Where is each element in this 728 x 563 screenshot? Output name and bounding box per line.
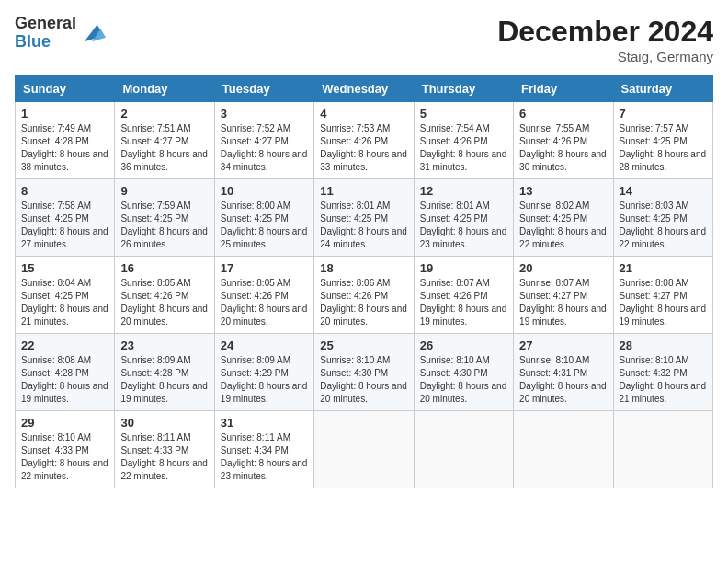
title-area: December 2024 Staig, Germany — [497, 15, 713, 64]
day-info: Sunrise: 8:11 AM Sunset: 4:34 PM Dayligh… — [221, 431, 308, 483]
day-info: Sunrise: 8:02 AM Sunset: 4:25 PM Dayligh… — [519, 200, 607, 251]
day-number: 27 — [519, 339, 607, 352]
calendar-cell — [414, 411, 513, 488]
calendar-cell: 11 Sunrise: 8:01 AM Sunset: 4:25 PM Dayl… — [314, 179, 414, 257]
calendar-cell: 31 Sunrise: 8:11 AM Sunset: 4:34 PM Dayl… — [214, 411, 313, 488]
calendar-week-row: 15 Sunrise: 8:04 AM Sunset: 4:25 PM Dayl… — [16, 257, 713, 334]
day-number: 10 — [221, 184, 308, 198]
day-info: Sunrise: 8:10 AM Sunset: 4:30 PM Dayligh… — [420, 354, 507, 406]
calendar-cell: 13 Sunrise: 8:02 AM Sunset: 4:25 PM Dayl… — [514, 179, 613, 257]
day-info: Sunrise: 8:07 AM Sunset: 4:27 PM Dayligh… — [519, 277, 607, 328]
calendar-cell: 30 Sunrise: 8:11 AM Sunset: 4:33 PM Dayl… — [115, 411, 214, 488]
calendar-cell: 6 Sunrise: 7:55 AM Sunset: 4:26 PM Dayli… — [514, 102, 613, 179]
calendar-cell: 22 Sunrise: 8:08 AM Sunset: 4:28 PM Dayl… — [16, 334, 115, 411]
day-number: 21 — [620, 261, 707, 275]
day-info: Sunrise: 8:08 AM Sunset: 4:27 PM Dayligh… — [620, 277, 707, 328]
day-number: 17 — [221, 261, 308, 275]
day-info: Sunrise: 7:57 AM Sunset: 4:25 PM Dayligh… — [620, 122, 707, 174]
day-number: 12 — [420, 184, 507, 198]
day-number: 6 — [519, 107, 607, 121]
calendar-cell: 4 Sunrise: 7:53 AM Sunset: 4:26 PM Dayli… — [314, 102, 414, 179]
logo-blue: Blue — [15, 33, 76, 52]
day-info: Sunrise: 8:06 AM Sunset: 4:26 PM Dayligh… — [320, 277, 407, 328]
header-thursday: Thursday — [414, 76, 513, 102]
calendar-cell: 12 Sunrise: 8:01 AM Sunset: 4:25 PM Dayl… — [414, 179, 513, 257]
calendar-cell: 5 Sunrise: 7:54 AM Sunset: 4:26 PM Dayli… — [414, 102, 513, 179]
day-number: 19 — [420, 261, 507, 275]
calendar-cell — [514, 411, 613, 488]
calendar-cell: 3 Sunrise: 7:52 AM Sunset: 4:27 PM Dayli… — [214, 102, 313, 179]
header-saturday: Saturday — [613, 76, 712, 102]
calendar-cell: 14 Sunrise: 8:03 AM Sunset: 4:25 PM Dayl… — [613, 179, 712, 257]
calendar-cell: 26 Sunrise: 8:10 AM Sunset: 4:30 PM Dayl… — [414, 334, 513, 411]
day-info: Sunrise: 8:03 AM Sunset: 4:25 PM Dayligh… — [620, 200, 707, 251]
day-info: Sunrise: 7:51 AM Sunset: 4:27 PM Dayligh… — [120, 122, 208, 174]
day-info: Sunrise: 7:58 AM Sunset: 4:25 PM Dayligh… — [21, 200, 108, 251]
day-info: Sunrise: 7:55 AM Sunset: 4:26 PM Dayligh… — [519, 122, 607, 174]
day-number: 28 — [620, 339, 707, 352]
day-number: 11 — [320, 184, 407, 198]
calendar-cell: 7 Sunrise: 7:57 AM Sunset: 4:25 PM Dayli… — [613, 102, 712, 179]
day-number: 23 — [120, 339, 208, 352]
day-info: Sunrise: 7:53 AM Sunset: 4:26 PM Dayligh… — [320, 122, 407, 174]
day-number: 7 — [620, 107, 707, 121]
day-info: Sunrise: 8:10 AM Sunset: 4:32 PM Dayligh… — [620, 354, 707, 406]
day-info: Sunrise: 8:11 AM Sunset: 4:33 PM Dayligh… — [120, 431, 208, 483]
day-number: 22 — [21, 339, 108, 352]
day-info: Sunrise: 8:05 AM Sunset: 4:26 PM Dayligh… — [120, 277, 208, 328]
day-number: 31 — [221, 416, 308, 430]
day-info: Sunrise: 7:52 AM Sunset: 4:27 PM Dayligh… — [221, 122, 308, 174]
day-info: Sunrise: 7:54 AM Sunset: 4:26 PM Dayligh… — [420, 122, 507, 174]
day-number: 8 — [21, 184, 108, 198]
calendar-week-row: 8 Sunrise: 7:58 AM Sunset: 4:25 PM Dayli… — [16, 179, 713, 257]
page-header: General Blue December 2024 Staig, German… — [15, 15, 713, 64]
calendar-cell: 10 Sunrise: 8:00 AM Sunset: 4:25 PM Dayl… — [214, 179, 313, 257]
calendar-cell: 25 Sunrise: 8:10 AM Sunset: 4:30 PM Dayl… — [314, 334, 414, 411]
calendar-week-row: 1 Sunrise: 7:49 AM Sunset: 4:28 PM Dayli… — [16, 102, 713, 179]
header-sunday: Sunday — [16, 76, 115, 102]
logo-general: General — [15, 15, 76, 33]
day-info: Sunrise: 8:09 AM Sunset: 4:28 PM Dayligh… — [120, 354, 208, 406]
day-number: 3 — [221, 107, 308, 121]
calendar-week-row: 22 Sunrise: 8:08 AM Sunset: 4:28 PM Dayl… — [16, 334, 713, 411]
calendar-header-row: SundayMondayTuesdayWednesdayThursdayFrid… — [16, 76, 713, 102]
day-number: 2 — [120, 107, 208, 121]
day-number: 4 — [320, 107, 407, 121]
calendar-cell: 24 Sunrise: 8:09 AM Sunset: 4:29 PM Dayl… — [214, 334, 313, 411]
calendar-table: SundayMondayTuesdayWednesdayThursdayFrid… — [15, 75, 713, 488]
calendar-cell: 19 Sunrise: 8:07 AM Sunset: 4:26 PM Dayl… — [414, 257, 513, 334]
calendar-cell: 8 Sunrise: 7:58 AM Sunset: 4:25 PM Dayli… — [16, 179, 115, 257]
day-number: 1 — [21, 107, 108, 121]
calendar-cell: 20 Sunrise: 8:07 AM Sunset: 4:27 PM Dayl… — [514, 257, 613, 334]
day-number: 5 — [420, 107, 507, 121]
day-info: Sunrise: 7:59 AM Sunset: 4:25 PM Dayligh… — [120, 200, 208, 251]
location-subtitle: Staig, Germany — [497, 49, 713, 64]
calendar-cell: 18 Sunrise: 8:06 AM Sunset: 4:26 PM Dayl… — [314, 257, 414, 334]
day-number: 25 — [320, 339, 407, 352]
day-number: 30 — [120, 416, 208, 430]
day-number: 16 — [120, 261, 208, 275]
calendar-week-row: 29 Sunrise: 8:10 AM Sunset: 4:33 PM Dayl… — [16, 411, 713, 488]
calendar-cell: 1 Sunrise: 7:49 AM Sunset: 4:28 PM Dayli… — [16, 102, 115, 179]
day-info: Sunrise: 8:07 AM Sunset: 4:26 PM Dayligh… — [420, 277, 507, 328]
logo: General Blue — [15, 15, 106, 52]
calendar-cell: 17 Sunrise: 8:05 AM Sunset: 4:26 PM Dayl… — [214, 257, 313, 334]
day-number: 14 — [620, 184, 707, 198]
day-number: 9 — [120, 184, 208, 198]
day-info: Sunrise: 7:49 AM Sunset: 4:28 PM Dayligh… — [21, 122, 108, 174]
day-info: Sunrise: 8:10 AM Sunset: 4:30 PM Dayligh… — [320, 354, 407, 406]
calendar-cell: 21 Sunrise: 8:08 AM Sunset: 4:27 PM Dayl… — [613, 257, 712, 334]
month-title: December 2024 — [497, 15, 713, 49]
calendar-cell: 15 Sunrise: 8:04 AM Sunset: 4:25 PM Dayl… — [16, 257, 115, 334]
day-number: 13 — [519, 184, 607, 198]
calendar-cell: 16 Sunrise: 8:05 AM Sunset: 4:26 PM Dayl… — [115, 257, 214, 334]
calendar-cell: 9 Sunrise: 7:59 AM Sunset: 4:25 PM Dayli… — [115, 179, 214, 257]
day-number: 26 — [420, 339, 507, 352]
calendar-cell — [613, 411, 712, 488]
calendar-cell: 29 Sunrise: 8:10 AM Sunset: 4:33 PM Dayl… — [16, 411, 115, 488]
calendar-cell: 2 Sunrise: 7:51 AM Sunset: 4:27 PM Dayli… — [115, 102, 214, 179]
day-info: Sunrise: 8:01 AM Sunset: 4:25 PM Dayligh… — [320, 200, 407, 251]
day-info: Sunrise: 8:09 AM Sunset: 4:29 PM Dayligh… — [221, 354, 308, 406]
day-number: 24 — [221, 339, 308, 352]
calendar-cell: 23 Sunrise: 8:09 AM Sunset: 4:28 PM Dayl… — [115, 334, 214, 411]
